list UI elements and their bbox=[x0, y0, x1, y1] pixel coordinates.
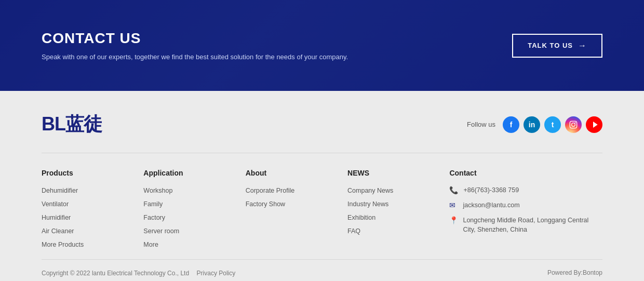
contact-banner: CONTACT US Speak with one of our experts… bbox=[0, 0, 644, 91]
svg-point-1 bbox=[572, 123, 575, 126]
talk-btn-label: TALK TO US bbox=[528, 42, 573, 49]
footer-top: BL蓝徒 Follow us f in t bbox=[42, 112, 602, 153]
products-list: Dehumidifier Ventilator Humidifier Air C… bbox=[42, 185, 143, 249]
news-list: Company News Industry News Exhibition FA… bbox=[347, 185, 449, 235]
email-icon: ✉ bbox=[449, 201, 458, 209]
application-title: Application bbox=[143, 169, 245, 177]
products-more[interactable]: More Products bbox=[42, 241, 84, 248]
contact-subtitle: Speak with one of our experts, together … bbox=[42, 53, 348, 61]
list-item: Company News bbox=[347, 185, 449, 195]
products-dehumidifier[interactable]: Dehumidifier bbox=[42, 187, 78, 194]
powered-text: Powered By:Bontop bbox=[547, 269, 602, 276]
youtube-icon[interactable] bbox=[586, 116, 602, 133]
news-title: NEWS bbox=[347, 169, 449, 177]
app-workshop[interactable]: Workshop bbox=[143, 187, 172, 194]
news-industry[interactable]: Industry News bbox=[347, 200, 388, 208]
list-item: FAQ bbox=[347, 226, 449, 235]
phone-icon: 📞 bbox=[449, 186, 458, 194]
privacy-policy-link[interactable]: Privacy Policy bbox=[197, 270, 236, 277]
talk-to-us-button[interactable]: TALK TO US → bbox=[512, 34, 602, 58]
list-item: Air Cleaner bbox=[42, 226, 143, 235]
location-icon: 📍 bbox=[449, 216, 458, 224]
list-item: Workshop bbox=[143, 185, 245, 195]
instagram-icon[interactable] bbox=[565, 116, 582, 133]
list-item: Dehumidifier bbox=[42, 185, 143, 195]
svg-point-2 bbox=[575, 122, 576, 123]
contact-email: jackson@lantu.com bbox=[463, 200, 519, 210]
app-server-room[interactable]: Server room bbox=[143, 228, 179, 235]
linkedin-icon[interactable]: in bbox=[524, 116, 540, 133]
footer-bottom: Copyright © 2022 lantu Electrical Techno… bbox=[42, 259, 602, 281]
footer-columns: Products Dehumidifier Ventilator Humidif… bbox=[42, 153, 602, 259]
contact-email-item: ✉ jackson@lantu.com bbox=[449, 200, 602, 210]
contact-phone: +86(763)-3368 759 bbox=[463, 185, 519, 195]
about-title: About bbox=[246, 169, 347, 177]
about-column: About Corporate Profile Factory Show bbox=[246, 169, 347, 249]
products-ventilator[interactable]: Ventilator bbox=[42, 200, 69, 208]
list-item: More bbox=[143, 239, 245, 249]
svg-marker-3 bbox=[593, 122, 598, 128]
list-item: More Products bbox=[42, 239, 143, 249]
social-row: Follow us f in t bbox=[467, 116, 602, 133]
products-air-cleaner[interactable]: Air Cleaner bbox=[42, 228, 74, 235]
about-corporate[interactable]: Corporate Profile bbox=[246, 187, 295, 194]
products-column: Products Dehumidifier Ventilator Humidif… bbox=[42, 169, 143, 249]
list-item: Ventilator bbox=[42, 199, 143, 208]
app-more[interactable]: More bbox=[143, 241, 158, 248]
arrow-icon: → bbox=[578, 41, 587, 50]
contact-title: CONTACT US bbox=[42, 30, 348, 47]
application-column: Application Workshop Family Factory Serv… bbox=[143, 169, 245, 249]
news-faq[interactable]: FAQ bbox=[347, 228, 360, 235]
about-list: Corporate Profile Factory Show bbox=[246, 185, 347, 208]
twitter-icon[interactable]: t bbox=[544, 116, 561, 133]
list-item: Exhibition bbox=[347, 212, 449, 222]
contact-address-item: 📍 Longcheng Middle Road, Longgang Centra… bbox=[449, 216, 602, 235]
company-logo: BL蓝徒 bbox=[42, 112, 102, 137]
list-item: Family bbox=[143, 199, 245, 208]
app-family[interactable]: Family bbox=[143, 200, 163, 208]
contact-text-block: CONTACT US Speak with one of our experts… bbox=[42, 30, 348, 61]
copyright-text: Copyright © 2022 lantu Electrical Techno… bbox=[42, 270, 189, 277]
news-exhibition[interactable]: Exhibition bbox=[347, 214, 375, 221]
list-item: Corporate Profile bbox=[246, 185, 347, 195]
products-humidifier[interactable]: Humidifier bbox=[42, 214, 71, 221]
footer-bottom-left: Copyright © 2022 lantu Electrical Techno… bbox=[42, 268, 235, 277]
contact-column: Contact 📞 +86(763)-3368 759 ✉ jackson@la… bbox=[449, 169, 602, 249]
contact-phone-item: 📞 +86(763)-3368 759 bbox=[449, 185, 602, 195]
application-list: Workshop Family Factory Server room More bbox=[143, 185, 245, 249]
follow-label: Follow us bbox=[467, 121, 495, 128]
facebook-icon[interactable]: f bbox=[503, 116, 519, 133]
powered-by: Powered By:Bontop bbox=[547, 269, 602, 276]
svg-rect-0 bbox=[570, 121, 576, 128]
list-item: Humidifier bbox=[42, 212, 143, 222]
list-item: Factory bbox=[143, 212, 245, 222]
news-company[interactable]: Company News bbox=[347, 187, 393, 194]
contact-col-title: Contact bbox=[449, 169, 602, 177]
list-item: Industry News bbox=[347, 199, 449, 208]
footer: BL蓝徒 Follow us f in t Products bbox=[0, 91, 644, 281]
list-item: Server room bbox=[143, 226, 245, 235]
products-title: Products bbox=[42, 169, 143, 177]
about-factory-show[interactable]: Factory Show bbox=[246, 200, 285, 208]
contact-address: Longcheng Middle Road, Longgang Central … bbox=[463, 216, 602, 235]
list-item: Factory Show bbox=[246, 199, 347, 208]
news-column: NEWS Company News Industry News Exhibiti… bbox=[347, 169, 449, 249]
app-factory[interactable]: Factory bbox=[143, 214, 165, 221]
